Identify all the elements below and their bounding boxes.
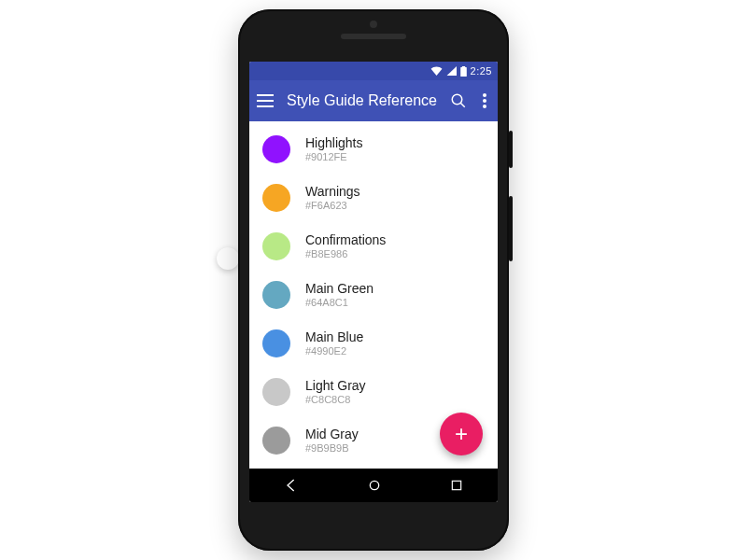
recents-icon[interactable] xyxy=(450,479,463,492)
overflow-menu-icon[interactable] xyxy=(480,91,490,111)
color-hex: #4990E2 xyxy=(305,345,363,357)
search-icon[interactable] xyxy=(450,91,467,111)
color-hex: #9012FE xyxy=(305,151,362,163)
color-hex: #F6A623 xyxy=(305,200,360,212)
svg-rect-6 xyxy=(453,481,461,489)
plus-icon: + xyxy=(455,421,468,447)
svg-point-4 xyxy=(483,105,486,108)
list-item[interactable]: Highlights #9012FE xyxy=(249,125,498,174)
color-name: Main Green xyxy=(305,281,374,297)
color-swatch xyxy=(262,232,290,260)
color-hex: #B8E986 xyxy=(305,248,386,260)
color-name: Main Blue xyxy=(305,329,363,345)
color-swatch xyxy=(262,281,290,309)
screen: 2:25 Style Guide Reference Highlights #9… xyxy=(249,62,498,502)
color-name: Mid Gray xyxy=(305,427,359,442)
list-item[interactable]: Confirmations #B8E986 xyxy=(249,222,498,271)
list-item[interactable]: Warnings #F6A623 xyxy=(249,174,498,222)
phone-power-button xyxy=(509,131,513,168)
phone-volume-button xyxy=(509,196,513,261)
svg-point-0 xyxy=(452,94,462,105)
color-name: Confirmations xyxy=(305,232,386,248)
phone-camera xyxy=(370,21,377,28)
signal-icon xyxy=(446,66,457,76)
color-swatch xyxy=(262,427,290,455)
color-hex: #9B9B9B xyxy=(305,442,359,455)
color-swatch xyxy=(262,135,290,163)
color-swatch xyxy=(262,378,290,406)
menu-icon[interactable] xyxy=(257,91,274,111)
svg-point-2 xyxy=(483,93,486,97)
status-time: 2:25 xyxy=(471,65,492,77)
list-item[interactable]: Light Gray #C8C8C8 xyxy=(249,368,498,416)
color-name: Warnings xyxy=(305,184,360,200)
phone-speaker xyxy=(341,34,406,39)
color-name: Light Gray xyxy=(305,378,366,394)
app-bar: Style Guide Reference xyxy=(249,80,498,121)
svg-point-3 xyxy=(483,99,486,103)
android-nav-bar xyxy=(249,469,498,502)
home-icon[interactable] xyxy=(367,478,382,493)
list-item[interactable]: Main Green #64A8C1 xyxy=(249,271,498,319)
add-button[interactable]: + xyxy=(440,413,483,455)
color-swatch xyxy=(262,184,290,212)
color-swatch xyxy=(262,329,290,357)
list-item[interactable]: Main Blue #4990E2 xyxy=(249,319,498,368)
app-title: Style Guide Reference xyxy=(287,92,437,109)
phone-frame: 2:25 Style Guide Reference Highlights #9… xyxy=(238,9,509,551)
status-bar: 2:25 xyxy=(249,62,498,80)
decorative-circle xyxy=(217,247,239,270)
svg-line-1 xyxy=(460,103,465,107)
battery-icon xyxy=(460,66,467,77)
color-hex: #C8C8C8 xyxy=(305,394,366,406)
wifi-icon xyxy=(430,66,443,76)
color-name: Highlights xyxy=(305,135,362,151)
back-icon[interactable] xyxy=(284,478,299,493)
color-hex: #64A8C1 xyxy=(305,297,374,309)
svg-point-5 xyxy=(370,481,378,489)
